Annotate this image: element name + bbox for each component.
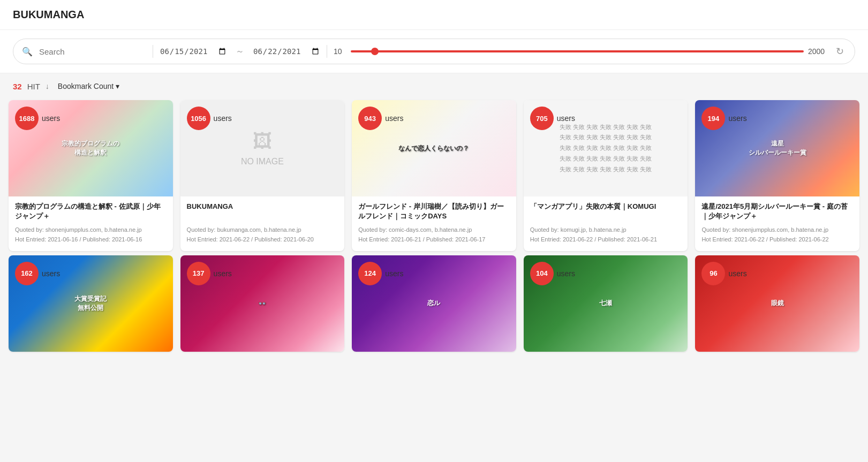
card-9-badge-circle: 104 [530, 262, 554, 285]
card-3[interactable]: 943 users なんで恋人くらないの？ ガールフレンド - 岸川瑞樹／【読み… [352, 100, 516, 251]
range-max-label: 2000 [808, 47, 827, 56]
card-3-title: ガールフレンド - 岸川瑞樹／【読み切り】ガールフレンド｜コミックDAYS [358, 202, 510, 221]
card-10-badge-circle: 96 [701, 262, 725, 285]
card-4-top: 705 users 失敗 失敗 失敗 失敗 失敗 失敗 失敗 失敗 失敗 失敗 … [524, 100, 688, 196]
card-4-title: 「マンガアプリ」失敗の本質｜KOMUGI [530, 202, 682, 221]
divider2 [327, 45, 327, 58]
hit-label: HIT [27, 82, 40, 91]
app-title: BUKUMANGA [13, 9, 84, 20]
card-2-badge-circle: 1056 [187, 107, 210, 130]
date-to-input[interactable] [253, 47, 320, 56]
card-2-hot: Hot Entried: 2021-06-22 / Published: 202… [187, 235, 338, 245]
card-5-hot: Hot Entried: 2021-06-22 / Published: 202… [701, 235, 853, 245]
card-5-badge: 194 users [701, 107, 746, 130]
divider [153, 45, 153, 58]
range-slider[interactable] [351, 50, 804, 52]
search-icon: 🔍 [22, 47, 33, 57]
search-input[interactable] [39, 47, 146, 56]
card-8-top: 124 users 恋ル [352, 255, 516, 352]
card-4-hot: Hot Entried: 2021-06-22 / Published: 202… [530, 235, 682, 245]
card-7-badge: 137 users [187, 262, 232, 285]
card-7-badge-circle: 137 [187, 262, 210, 285]
card-5[interactable]: 194 users 遠星シルバールーキー賞 遠星/2021年5月期シルバールーキ… [695, 100, 859, 251]
card-2-users-text: users [214, 114, 232, 123]
sort-label: Bookmark Count [58, 82, 114, 90]
card-4-badge: 705 users [530, 107, 575, 130]
search-bar-container: 🔍 ～ 10 2000 ↻ [0, 30, 868, 73]
card-4-badge-circle: 705 [530, 107, 554, 130]
card-8[interactable]: 124 users 恋ル [352, 255, 516, 352]
card-5-badge-circle: 194 [701, 107, 725, 130]
placeholder-text: NO IMAGE [241, 157, 284, 166]
card-3-quoted: Quoted by: comic-days.com, b.hatena.ne.j… [358, 225, 510, 235]
card-2-title: BUKUMANGA [187, 202, 338, 221]
card-1-badge-circle: 1688 [15, 107, 39, 130]
card-grid-row2: 162 users 大賞受賞記無料公開 137 users 👓 [0, 255, 868, 356]
card-1-badge: 1688 users [15, 107, 60, 130]
card-3-users-text: users [385, 114, 403, 123]
card-6-badge: 162 users [15, 262, 60, 285]
card-9-badge: 104 users [530, 262, 575, 285]
placeholder-image-icon: 🖼 [253, 130, 272, 153]
card-1-hot: Hot Entried: 2021-06-16 / Published: 202… [15, 235, 167, 245]
card-1-users-text: users [42, 114, 60, 123]
card-8-badge: 124 users [358, 262, 403, 285]
card-4-users-text: users [557, 114, 575, 123]
card-10-top: 96 users 眼鏡 [695, 255, 859, 352]
sort-down-icon: ↓ [46, 82, 49, 90]
date-to-wrap [253, 47, 320, 56]
date-from-wrap [160, 47, 227, 56]
card-3-body: ガールフレンド - 岸川瑞樹／【読み切り】ガールフレンド｜コミックDAYS Qu… [352, 196, 516, 251]
card-1-title: 宗教的プログラムの構造と解釈 - 佐武原｜少年ジャンプ＋ [15, 202, 167, 221]
date-from-input[interactable] [160, 47, 227, 56]
results-meta: 32 HIT ↓ Bookmark Count ▾ [0, 73, 868, 96]
hit-count: 32 [13, 82, 22, 91]
card-2-top: 1056 users 🖼 NO IMAGE [180, 100, 345, 196]
app-header: BUKUMANGA [0, 0, 868, 30]
card-2-badge: 1056 users [187, 107, 232, 130]
card-6-badge-circle: 162 [15, 262, 39, 285]
card-9-top: 104 users 七瀬 [524, 255, 688, 352]
range-min-label: 10 [334, 47, 346, 56]
card-10[interactable]: 96 users 眼鏡 [695, 255, 859, 352]
card-5-users-text: users [728, 114, 746, 123]
card-5-body: 遠星/2021年5月期シルバールーキー賞 - 庭の苔｜少年ジャンプ＋ Quote… [695, 196, 859, 251]
card-2-body: BUKUMANGA Quoted by: bukumanga.com, b.ha… [180, 196, 345, 251]
card-5-title: 遠星/2021年5月期シルバールーキー賞 - 庭の苔｜少年ジャンプ＋ [701, 202, 853, 221]
card-8-users-text: users [385, 269, 403, 278]
card-3-badge: 943 users [358, 107, 403, 130]
card-5-top: 194 users 遠星シルバールーキー賞 [695, 100, 859, 196]
card-10-badge: 96 users [701, 262, 746, 285]
card-1-top: 1688 users 宗教的プログラムの構造と解釈 [9, 100, 173, 196]
card-4-quoted: Quoted by: komugi.jp, b.hatena.ne.jp [530, 225, 682, 235]
sort-dropdown-icon: ▾ [116, 82, 119, 90]
sort-button[interactable]: Bookmark Count ▾ [55, 81, 123, 92]
refresh-button[interactable]: ↻ [834, 43, 846, 59]
card-1-quoted: Quoted by: shonenjumpplus.com, b.hatena.… [15, 225, 167, 235]
card-6-users-text: users [42, 269, 60, 278]
card-10-users-text: users [728, 269, 746, 278]
card-7-users-text: users [214, 269, 232, 278]
card-8-badge-circle: 124 [358, 262, 382, 285]
bookmark-range-wrap: 10 2000 [334, 47, 827, 56]
card-9[interactable]: 104 users 七瀬 [524, 255, 688, 352]
card-5-quoted: Quoted by: shonenjumpplus.com, b.hatena.… [701, 225, 853, 235]
card-grid-row1: 1688 users 宗教的プログラムの構造と解釈 宗教的プログラムの構造と解釈… [0, 96, 868, 255]
card-1[interactable]: 1688 users 宗教的プログラムの構造と解釈 宗教的プログラムの構造と解釈… [9, 100, 173, 251]
search-bar: 🔍 ～ 10 2000 ↻ [13, 39, 855, 64]
card-4[interactable]: 705 users 失敗 失敗 失敗 失敗 失敗 失敗 失敗 失敗 失敗 失敗 … [524, 100, 688, 251]
card-2[interactable]: 1056 users 🖼 NO IMAGE BUKUMANGA Quoted b… [180, 100, 345, 251]
card-1-body: 宗教的プログラムの構造と解釈 - 佐武原｜少年ジャンプ＋ Quoted by: … [9, 196, 173, 251]
card-2-quoted: Quoted by: bukumanga.com, b.hatena.ne.jp [187, 225, 338, 235]
card-6-top: 162 users 大賞受賞記無料公開 [9, 255, 173, 352]
card-4-body: 「マンガアプリ」失敗の本質｜KOMUGI Quoted by: komugi.j… [524, 196, 688, 251]
date-range-separator: ～ [233, 46, 246, 57]
card-3-hot: Hot Entried: 2021-06-21 / Published: 202… [358, 235, 510, 245]
card-7-top: 137 users 👓 [180, 255, 345, 352]
card-7[interactable]: 137 users 👓 [180, 255, 345, 352]
card-3-badge-circle: 943 [358, 107, 382, 130]
card-3-top: 943 users なんで恋人くらないの？ [352, 100, 516, 196]
card-9-users-text: users [557, 269, 575, 278]
card-6[interactable]: 162 users 大賞受賞記無料公開 [9, 255, 173, 352]
